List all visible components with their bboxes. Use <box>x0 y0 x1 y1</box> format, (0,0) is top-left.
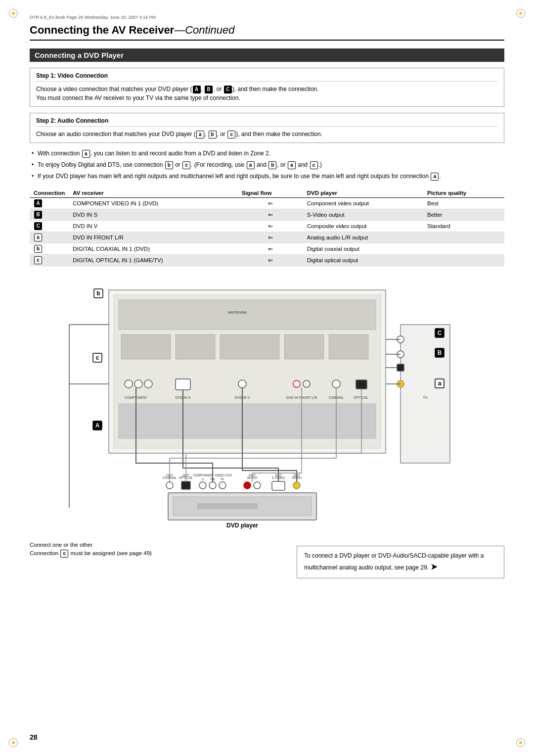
badge-B-table: B <box>34 211 42 219</box>
dvd-cell: S-Video output <box>303 209 423 220</box>
svg-rect-5 <box>176 334 215 359</box>
badge-A-step1: A <box>193 86 201 94</box>
bullet-3: If your DVD player has main left and rig… <box>30 172 504 181</box>
svg-point-14 <box>293 380 300 387</box>
step2-box: Step 2: Audio Connection Choose an audio… <box>30 113 504 143</box>
svg-rect-40 <box>181 481 190 489</box>
badge-C-step1: C <box>224 86 232 94</box>
table-row: A COMPONENT VIDEO IN 1 (DVD) ⇐ Component… <box>30 197 504 209</box>
badge-c-b2: c <box>182 161 190 169</box>
bullet-2: To enjoy Dolby Digital and DTS, use conn… <box>30 160 504 170</box>
corner-mark-bl <box>9 738 18 747</box>
bullet-1: With connection a, you can listen to and… <box>30 149 504 158</box>
dvd-cell: Component video output <box>303 197 423 209</box>
badge-a-step2: a <box>196 131 204 139</box>
quality-cell: Better <box>423 209 504 220</box>
av-receiver-cell: COMPONENT VIDEO IN 1 (DVD) <box>69 197 237 209</box>
diagram-area: ANTENNA <box>30 275 504 534</box>
badge-c-step2: c <box>227 131 235 139</box>
page-container: DTR-6.8_En.book Page 28 Wednesday, June … <box>0 0 534 756</box>
svg-point-17 <box>332 380 340 388</box>
page-number: 28 <box>30 733 38 741</box>
svg-text:ANTENNA: ANTENNA <box>228 310 247 315</box>
signal-cell: ⇐ <box>238 232 303 243</box>
svg-rect-55 <box>400 325 450 463</box>
svg-rect-4 <box>121 334 171 359</box>
badge-c-b2c: c <box>310 161 318 169</box>
step2-content: Choose an audio connection that matches … <box>36 130 498 139</box>
svg-point-36 <box>254 482 261 489</box>
badge-b-table: b <box>34 245 42 253</box>
table-row: c DIGITAL OPTICAL IN 1 (GAME/TV) ⇐ Digit… <box>30 254 504 266</box>
badge-a-b3: a <box>431 173 439 181</box>
av-receiver-cell: DVD IN V <box>69 220 237 232</box>
badge-a-table: a <box>34 234 42 241</box>
bullet-list: With connection a, you can listen to and… <box>30 149 504 182</box>
signal-cell: ⇐ <box>238 209 303 220</box>
svg-rect-2 <box>119 300 376 330</box>
col-signal-flow: Signal flow <box>238 189 303 198</box>
badge-b-step2: b <box>209 131 217 139</box>
step1-title: Step 1: Video Connection <box>36 72 498 82</box>
svg-text:DVD player: DVD player <box>226 522 258 529</box>
table-row: C DVD IN V ⇐ Composite video output Stan… <box>30 220 504 232</box>
section-heading: Connecting a DVD Player <box>30 48 504 62</box>
corner-mark-tl <box>9 9 18 18</box>
svg-rect-12 <box>176 379 190 390</box>
connection-diagram: ANTENNA <box>30 275 504 532</box>
svg-point-16 <box>303 380 310 387</box>
table-row: B DVD IN S ⇐ S-Video output Better <box>30 209 504 220</box>
svg-point-35 <box>244 482 251 489</box>
badge-c-note: c <box>60 550 68 558</box>
svg-text:C: C <box>438 330 442 336</box>
table-row: a DVD IN FRONT L/R ⇐ Analog audio L/R ou… <box>30 232 504 243</box>
signal-cell: ⇐ <box>238 220 303 232</box>
badge-a-b2a: a <box>247 161 255 169</box>
info-box: To connect a DVD player or DVD-Audio/SAC… <box>297 546 504 579</box>
quality-cell: Best <box>423 197 504 209</box>
badge-b-b2: b <box>165 161 173 169</box>
page-title: Connecting the AV Receiver—Continued <box>30 24 504 41</box>
step1-content: Choose a video connection that matches y… <box>36 85 498 102</box>
svg-rect-59 <box>397 364 404 371</box>
badge-C-table: C <box>34 222 42 230</box>
quality-cell <box>423 254 504 266</box>
col-picture-quality: Picture quality <box>423 189 504 198</box>
dvd-cell: Digital optical output <box>303 254 423 266</box>
svg-text:A: A <box>95 422 100 429</box>
step1-box: Step 1: Video Connection Choose a video … <box>30 68 504 107</box>
svg-rect-6 <box>220 334 279 359</box>
svg-point-29 <box>199 482 206 489</box>
svg-text:Y: Y <box>202 477 204 481</box>
step2-title: Step 2: Audio Connection <box>36 117 498 127</box>
svg-rect-19 <box>119 404 376 438</box>
av-receiver-cell: DVD IN S <box>69 209 237 220</box>
badge-B-step1: B <box>205 86 213 94</box>
badge-a-b1: a <box>82 150 90 158</box>
signal-cell: ⇐ <box>238 254 303 266</box>
svg-text:a: a <box>438 380 442 387</box>
badge-c-table: c <box>34 256 42 264</box>
svg-text:c: c <box>96 354 99 361</box>
info-box-text: To connect a DVD player or DVD-Audio/SAC… <box>304 552 484 571</box>
av-receiver-cell: DVD IN FRONT L/R <box>69 232 237 243</box>
svg-point-13 <box>238 380 246 388</box>
bottom-section: To connect a DVD player or DVD-Audio/SAC… <box>30 541 504 579</box>
quality-cell: Standard <box>423 220 504 232</box>
badge-A-table: A <box>34 199 42 207</box>
svg-point-30 <box>209 482 216 489</box>
av-receiver-cell: DIGITAL OPTICAL IN 1 (GAME/TV) <box>69 254 237 266</box>
svg-rect-8 <box>329 334 368 359</box>
svg-rect-28 <box>198 504 257 509</box>
svg-rect-18 <box>356 380 367 389</box>
col-dvd-player: DVD player <box>303 189 423 198</box>
dvd-cell: Analog audio L/R output <box>303 232 423 243</box>
col-av-receiver: AV receiver <box>69 189 237 198</box>
svg-point-9 <box>125 380 133 388</box>
meta-line: DTR-6.8_En.book Page 28 Wednesday, June … <box>30 15 504 20</box>
svg-text:TV: TV <box>423 395 428 400</box>
col-connection: Connection <box>30 189 69 198</box>
corner-mark-br <box>516 738 525 747</box>
svg-rect-7 <box>284 334 324 359</box>
svg-text:b: b <box>96 290 100 297</box>
